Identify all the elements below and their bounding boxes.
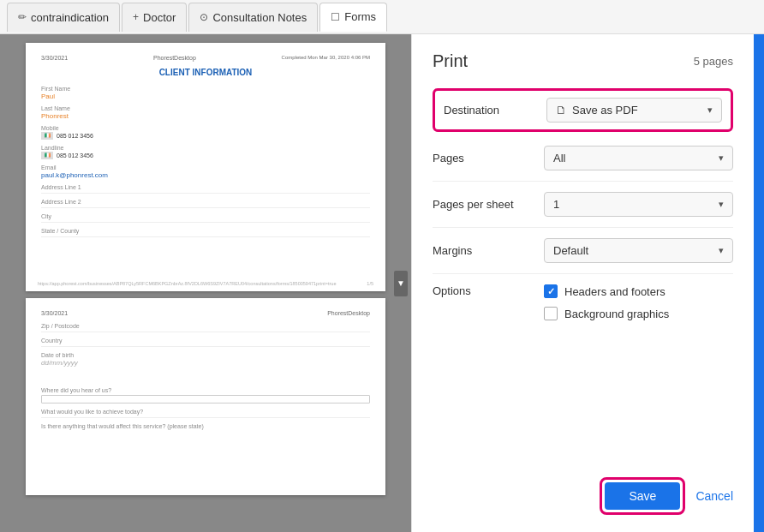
background-graphics-checkbox[interactable] bbox=[544, 307, 558, 320]
tab-doctor[interactable]: + Doctor bbox=[122, 3, 187, 32]
doc-page1-title: CLIENT INFORMATION bbox=[41, 68, 370, 77]
doc-dob-label: Date of birth bbox=[41, 352, 370, 358]
doc-landline-label: Landline bbox=[41, 145, 370, 151]
background-graphics-option: Background graphics bbox=[544, 307, 733, 320]
tab-consultation-notes-label: Consultation Notes bbox=[212, 11, 307, 24]
cancel-button[interactable]: Cancel bbox=[695, 489, 733, 503]
doc-achieve-label: What would you like to achieve today? bbox=[41, 409, 370, 415]
options-section: Options Headers and footers Background g… bbox=[433, 274, 733, 331]
pages-per-sheet-row: Pages per sheet 1 ▾ bbox=[433, 182, 733, 228]
main-content: 3/30/2021 PhorestDesktop Completed Mon M… bbox=[0, 34, 764, 532]
doc-page1-url: https://app.phorest.com/businesses/ABP87… bbox=[38, 281, 336, 286]
margins-chevron-icon: ▾ bbox=[719, 245, 724, 256]
pages-dropdown[interactable]: All ▾ bbox=[544, 146, 733, 170]
margins-value: Default bbox=[553, 244, 588, 257]
doc-email-label: Email bbox=[41, 164, 370, 170]
doc-lastname-label: Last Name bbox=[41, 105, 370, 111]
print-pages: 5 pages bbox=[694, 55, 733, 68]
pages-control: All ▾ bbox=[544, 146, 733, 170]
save-button[interactable]: Save bbox=[605, 482, 680, 510]
doc-mobile-value: 085 012 3456 bbox=[57, 133, 93, 139]
print-title: Print bbox=[433, 51, 468, 71]
headers-footers-option: Headers and footers bbox=[544, 284, 733, 298]
doc-address2-label: Address Line 2 bbox=[41, 199, 370, 205]
flag-icon2: 🇮🇪 bbox=[41, 152, 53, 159]
doc-page1-date: 3/30/2021 bbox=[41, 55, 68, 61]
edit-icon: ✏ bbox=[18, 11, 27, 23]
doc-page-1: 3/30/2021 PhorestDesktop Completed Mon M… bbox=[26, 43, 385, 291]
chevron-down-icon: ▾ bbox=[707, 105, 713, 116]
headers-footers-checkbox[interactable] bbox=[544, 284, 558, 298]
options-items: Headers and footers Background graphics bbox=[544, 284, 733, 320]
tab-doctor-label: Doctor bbox=[143, 11, 176, 24]
destination-label: Destination bbox=[444, 104, 546, 117]
doc-landline-value: 085 012 3456 bbox=[57, 152, 93, 158]
doc-page2-header: 3/30/2021 PhorestDesktop bbox=[41, 310, 370, 316]
doc-lastname-value: Phonrest bbox=[41, 112, 370, 120]
print-panel: Print 5 pages Destination 🗋 Save as PDF … bbox=[411, 34, 754, 532]
action-row: Save Cancel bbox=[433, 463, 733, 515]
doc-email-value: paul.k@phonrest.com bbox=[41, 171, 370, 179]
destination-section: Destination 🗋 Save as PDF ▾ bbox=[433, 88, 733, 132]
right-strip bbox=[754, 34, 764, 532]
options-label: Options bbox=[433, 284, 544, 297]
pages-per-sheet-label: Pages per sheet bbox=[433, 198, 544, 211]
margins-dropdown[interactable]: Default ▾ bbox=[544, 238, 733, 263]
doc-page1-brand: PhorestDesktop bbox=[153, 55, 196, 61]
doc-hear-label: Where did you hear of us? bbox=[41, 387, 370, 393]
tab-forms-label: Forms bbox=[344, 10, 376, 23]
destination-control: 🗋 Save as PDF ▾ bbox=[546, 98, 722, 123]
pages-row: Pages All ▾ bbox=[433, 135, 733, 182]
options-row: Options Headers and footers Background g… bbox=[433, 284, 733, 320]
destination-dropdown[interactable]: 🗋 Save as PDF ▾ bbox=[546, 98, 722, 123]
doc-page1-footer: https://app.phorest.com/businesses/ABP87… bbox=[38, 281, 373, 286]
margins-control: Default ▾ bbox=[544, 238, 733, 263]
tab-contraindication-label: contraindication bbox=[31, 11, 109, 24]
doc-dob-placeholder: dd/mm/yyyy bbox=[41, 359, 370, 367]
print-header: Print 5 pages bbox=[433, 51, 733, 71]
destination-value: Save as PDF bbox=[572, 104, 638, 117]
form-icon: ☐ bbox=[331, 11, 340, 23]
pages-per-sheet-control: 1 ▾ bbox=[544, 192, 733, 217]
doc-page2-date: 3/30/2021 bbox=[41, 310, 68, 316]
pdf-icon: 🗋 bbox=[556, 104, 567, 117]
plus-icon: + bbox=[133, 11, 139, 23]
doc-mobile-label: Mobile bbox=[41, 125, 370, 131]
pps-chevron-icon: ▾ bbox=[719, 199, 724, 210]
doc-page1-num: 1/5 bbox=[367, 281, 373, 286]
doc-firstname-label: First Name bbox=[41, 86, 370, 92]
tab-contraindication[interactable]: ✏ contraindication bbox=[7, 3, 120, 32]
doc-country-label: Country bbox=[41, 338, 370, 344]
pages-per-sheet-dropdown[interactable]: 1 ▾ bbox=[544, 192, 733, 217]
document-preview: 3/30/2021 PhorestDesktop Completed Mon M… bbox=[0, 34, 411, 532]
doc-state-label: State / County bbox=[41, 228, 370, 234]
save-button-wrapper: Save bbox=[600, 477, 685, 515]
tab-consultation-notes[interactable]: ⊙ Consultation Notes bbox=[188, 3, 318, 32]
doc-zip-label: Zip / Postcode bbox=[41, 323, 370, 329]
doc-page2-brand: PhorestDesktop bbox=[327, 310, 370, 316]
doc-firstname-value: Paul bbox=[41, 93, 370, 100]
destination-dropdown-left: 🗋 Save as PDF bbox=[556, 104, 638, 117]
margins-row: Margins Default ▾ bbox=[433, 228, 733, 274]
doc-affect-label: Is there anything that would affect this… bbox=[41, 423, 370, 429]
warning-icon: ⊙ bbox=[200, 11, 208, 23]
margins-label: Margins bbox=[433, 244, 544, 257]
flag-icon: 🇮🇪 bbox=[41, 132, 53, 140]
pages-chevron-icon: ▾ bbox=[719, 152, 724, 164]
doc-landline-row: 🇮🇪 085 012 3456 bbox=[41, 152, 370, 159]
headers-footers-label: Headers and footers bbox=[564, 285, 666, 298]
destination-inner: Destination 🗋 Save as PDF ▾ bbox=[444, 98, 722, 123]
doc-page-2: 3/30/2021 PhorestDesktop Zip / Postcode … bbox=[26, 298, 385, 495]
doc-city-label: City bbox=[41, 213, 370, 219]
pages-per-sheet-value: 1 bbox=[553, 198, 559, 211]
tab-bar: ✏ contraindication + Doctor ⊙ Consultati… bbox=[0, 0, 764, 34]
pages-label: Pages bbox=[433, 152, 544, 164]
doc-page1-completed: Completed Mon Mar 30, 2020 4:06 PM bbox=[282, 55, 370, 61]
doc-address1-label: Address Line 1 bbox=[41, 184, 370, 190]
scroll-down-arrow[interactable]: ▼ bbox=[394, 271, 408, 296]
doc-mobile-row: 🇮🇪 085 012 3456 bbox=[41, 132, 370, 140]
pages-value: All bbox=[553, 152, 565, 164]
background-graphics-label: Background graphics bbox=[564, 308, 669, 320]
tab-forms[interactable]: ☐ Forms bbox=[319, 3, 387, 32]
doc-page1-header: 3/30/2021 PhorestDesktop Completed Mon M… bbox=[41, 55, 370, 61]
